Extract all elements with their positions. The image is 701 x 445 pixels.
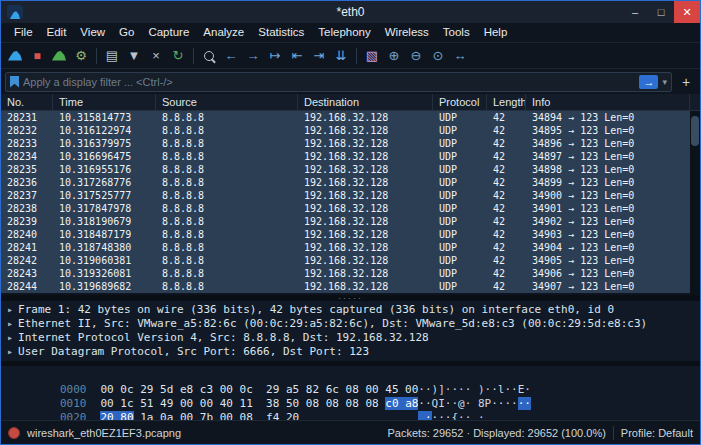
cell-destination: 192.168.32.128 [298,163,433,176]
menu-item[interactable]: Tools [436,23,477,42]
cell-protocol: UDP [433,280,487,293]
packet-row[interactable]: 28235 10.316955176 8.8.8.8 192.168.32.12… [1,163,690,176]
forward-icon[interactable]: → [243,46,263,66]
hex-bytes[interactable]: 00 0c 29 5d e8 c3 00 0c 29 a5 82 6c 08 0… [100,383,418,397]
hex-post: 1a 0a 00 7b 00 08 f4 20 [134,411,300,420]
expand-arrow-icon[interactable]: ▸ [7,318,13,329]
find-packet-icon[interactable] [199,46,219,66]
filter-dropdown-icon[interactable]: ▾ [662,77,667,87]
menu-item[interactable]: Telephony [311,23,377,42]
packet-row[interactable]: 28244 10.319689682 8.8.8.8 192.168.32.12… [1,280,690,293]
cell-destination: 192.168.32.128 [298,189,433,202]
expert-info-icon[interactable] [8,427,20,439]
start-capture-icon[interactable] [5,46,25,66]
add-filter-button[interactable]: + [676,72,696,92]
restart-capture-icon[interactable] [49,46,69,66]
packet-row[interactable]: 28243 10.319326081 8.8.8.8 192.168.32.12… [1,267,690,280]
zoom-original-icon[interactable]: ⊙ [428,46,448,66]
packet-row[interactable]: 28232 10.316122974 8.8.8.8 192.168.32.12… [1,124,690,137]
packet-row[interactable]: 28242 10.319060381 8.8.8.8 192.168.32.12… [1,254,690,267]
display-filter-input[interactable] [23,76,635,88]
packet-detail-line[interactable]: ▸Frame 1: 42 bytes on wire (336 bits), 4… [1,303,700,317]
hex-offset: 0010 [60,397,87,410]
column-header-source[interactable]: Source [156,94,298,110]
cell-source: 8.8.8.8 [156,241,298,254]
packet-row[interactable]: 28233 10.316379975 8.8.8.8 192.168.32.12… [1,137,690,150]
menu-item[interactable]: Wireless [378,23,436,42]
packet-detail-line[interactable]: ▸User Datagram Protocol, Src Port: 6666,… [1,345,700,359]
hex-bytes[interactable]: 00 1c 51 49 00 00 40 11 38 50 08 08 08 0… [100,397,418,411]
packet-row[interactable]: 28231 10.315814773 8.8.8.8 192.168.32.12… [1,111,690,124]
packet-detail-line[interactable]: ▸Internet Protocol Version 4, Src: 8.8.8… [1,331,700,345]
column-header-time[interactable]: Time [53,94,156,110]
column-header-info[interactable]: Info [526,94,690,110]
resize-columns-icon[interactable]: ↔ [450,46,470,66]
cell-source: 8.8.8.8 [156,254,298,267]
cell-destination: 192.168.32.128 [298,254,433,267]
close-file-icon[interactable]: × [146,46,166,66]
first-packet-icon[interactable]: ⇤ [287,46,307,66]
zoom-out-icon[interactable]: ⊖ [406,46,426,66]
expand-arrow-icon[interactable]: ▸ [7,346,13,357]
column-header-no[interactable]: No. [1,94,53,110]
open-file-icon[interactable]: ▤ [102,46,122,66]
packet-row[interactable]: 28240 10.318487179 8.8.8.8 192.168.32.12… [1,228,690,241]
capture-options-icon[interactable]: ⚙ [71,46,91,66]
cell-no: 28239 [1,215,53,228]
cell-source: 8.8.8.8 [156,189,298,202]
cell-time: 10.317268776 [53,176,156,189]
last-packet-icon[interactable]: ⇥ [309,46,329,66]
cell-source: 8.8.8.8 [156,202,298,215]
hex-bytes[interactable]: 20 80 1a 0a 00 7b 00 08 f4 20 [100,411,418,420]
maximize-button[interactable]: □ [648,1,674,23]
hex-row[interactable]: 000000 0c 29 5d e8 c3 00 0c 29 a5 82 6c … [7,369,694,383]
stop-capture-icon[interactable]: ■ [27,46,47,66]
apply-filter-button[interactable]: → [639,75,658,89]
menu-item[interactable]: Statistics [251,23,311,42]
cell-protocol: UDP [433,124,487,137]
zoom-in-icon[interactable]: ⊕ [384,46,404,66]
packet-row[interactable]: 28241 10.318748380 8.8.8.8 192.168.32.12… [1,241,690,254]
hex-ascii[interactable]: ··QI··@· 8P······ [418,397,531,410]
expand-arrow-icon[interactable]: ▸ [7,304,13,315]
menu-item[interactable]: Edit [40,23,74,42]
goto-packet-icon[interactable]: ↦ [265,46,285,66]
cell-length: 42 [487,176,526,189]
cell-no: 28237 [1,189,53,202]
profile-button[interactable]: Profile: Default [621,427,693,439]
packet-row[interactable]: 28239 10.318190679 8.8.8.8 192.168.32.12… [1,215,690,228]
cell-source: 8.8.8.8 [156,280,298,293]
column-header-destination[interactable]: Destination [298,94,433,110]
column-header-protocol[interactable]: Protocol [433,94,487,110]
cell-time: 10.317525777 [53,189,156,202]
filter-bookmark-icon[interactable] [10,76,19,88]
menu-item[interactable]: Help [477,23,515,42]
title-bar[interactable]: *eth0 – □ ✕ [1,1,700,23]
scrollbar-thumb[interactable] [691,116,699,146]
column-header-length[interactable]: Length [487,94,526,110]
hex-ascii[interactable]: ····{·· · [418,411,491,420]
save-file-icon[interactable]: ▼ [124,46,144,66]
close-button[interactable]: ✕ [674,1,700,23]
packet-row[interactable]: 28238 10.317847978 8.8.8.8 192.168.32.12… [1,202,690,215]
minimize-button[interactable]: – [622,1,648,23]
menu-item[interactable]: Analyze [196,23,251,42]
packet-row[interactable]: 28237 10.317525777 8.8.8.8 192.168.32.12… [1,189,690,202]
colorize-icon[interactable]: ▧ [362,46,382,66]
menu-item[interactable]: File [7,23,40,42]
packet-row[interactable]: 28236 10.317268776 8.8.8.8 192.168.32.12… [1,176,690,189]
back-icon[interactable]: ← [221,46,241,66]
menu-item[interactable]: Go [112,23,141,42]
cell-length: 42 [487,202,526,215]
reload-icon[interactable]: ↻ [168,46,188,66]
display-filter-field[interactable]: → ▾ [5,72,672,92]
packet-list-scrollbar[interactable] [690,111,700,295]
packet-row[interactable]: 28234 10.316696475 8.8.8.8 192.168.32.12… [1,150,690,163]
cell-no: 28242 [1,254,53,267]
autoscroll-icon[interactable]: ⇊ [331,46,351,66]
hex-ascii[interactable]: ··)]···· )··l··E· [418,383,531,396]
menu-item[interactable]: Capture [141,23,196,42]
expand-arrow-icon[interactable]: ▸ [7,332,13,343]
menu-item[interactable]: View [73,23,112,42]
packet-detail-line[interactable]: ▸Ethernet II, Src: VMware_a5:82:6c (00:0… [1,317,700,331]
